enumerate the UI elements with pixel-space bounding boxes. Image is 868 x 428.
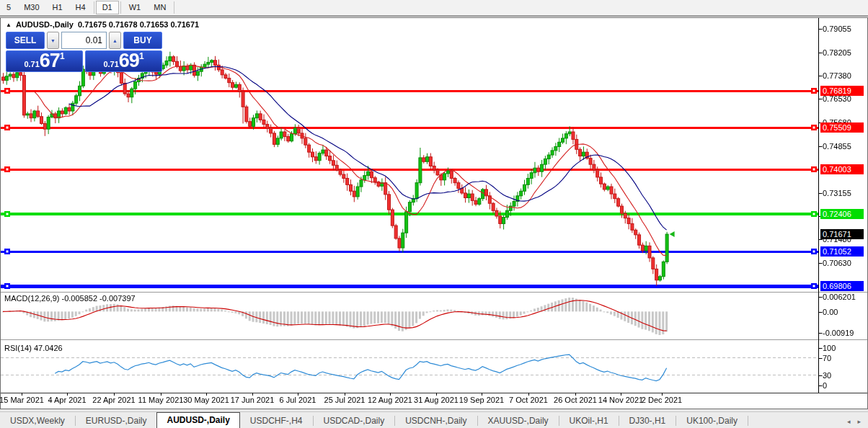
sell-button[interactable]: SELL <box>6 32 45 49</box>
price-axis-tick: 0.74855 <box>823 142 851 151</box>
price-chart-canvas[interactable] <box>0 17 868 409</box>
price-axis-tick: 0.78205 <box>823 48 851 57</box>
tabs-scroll-left-icon[interactable]: ◂ <box>847 418 851 425</box>
timeframe-button-d1[interactable]: D1 <box>96 1 119 14</box>
date-axis-label: 30 May 2021 <box>183 396 229 404</box>
date-axis-label: 7 Oct 2021 <box>509 396 548 404</box>
symbol-tab-usdcnh[interactable]: USDCNH-,Daily <box>395 414 477 428</box>
timeframe-button-5[interactable]: 5 <box>0 1 17 14</box>
indicator-axis-tick: 0.006201 <box>823 293 856 301</box>
symbol-tab-dj30[interactable]: DJ30-,H1 <box>619 414 676 428</box>
level-price-tag: 0.72406 <box>820 209 864 219</box>
symbol-tab-usdchf[interactable]: USDCHF-,H4 <box>240 414 313 428</box>
level-price-tag: 0.71052 <box>820 246 864 257</box>
date-axis-label: 17 Jun 2021 <box>231 396 275 404</box>
date-axis-label: 11 May 2021 <box>138 396 184 404</box>
buy-price-pip: 1 <box>139 51 144 61</box>
indicator-axis-tick: 0 <box>823 381 827 390</box>
sell-price-prefix: 0.71 <box>24 60 39 68</box>
symbol-tab-bar: USDX,WeeklyEURUSD-,DailyAUDUSD-,DailyUSD… <box>0 411 868 428</box>
volume-increase-button[interactable]: ▲ <box>109 32 121 49</box>
chart-ohlc-values: 0.71675 0.71678 0.71653 0.71671 <box>78 20 199 29</box>
tabs-scroll-right-icon[interactable]: ▸ <box>857 418 861 425</box>
toolbar-separator <box>120 1 121 14</box>
indicator-axis-tick: 70 <box>823 354 831 362</box>
price-axis-tick: 0.79055 <box>823 24 851 33</box>
chart-symbol-title: AUDUSD-,Daily <box>16 20 74 29</box>
symbol-tab-ukoil[interactable]: UKOil-,H1 <box>559 414 619 428</box>
price-axis-tick: 0.73155 <box>823 189 851 197</box>
timeframe-button-h4[interactable]: H4 <box>69 1 92 14</box>
level-price-tag: 0.76819 <box>820 86 864 96</box>
date-axis-label: 26 Oct 2021 <box>554 396 597 404</box>
chart-header: ▲ AUDUSD-,Daily 0.71675 0.71678 0.71653 … <box>6 19 199 30</box>
indicator-axis-tick: 100 <box>823 344 836 352</box>
macd-indicator-label: MACD(12,26,9) -0.005852 -0.007397 <box>4 294 136 303</box>
symbol-tab-uk100[interactable]: UK100-,Daily <box>676 414 748 428</box>
date-axis-label: 22 Apr 2021 <box>92 396 135 404</box>
date-axis-label: 6 Jul 2021 <box>280 396 316 404</box>
toolbar-separator <box>174 1 174 14</box>
level-price-tag: 0.75509 <box>820 122 864 133</box>
indicator-axis-tick: 30 <box>823 371 831 380</box>
volume-input[interactable]: 0.01 <box>61 32 107 49</box>
price-axis-tick: 0.77380 <box>823 71 851 80</box>
date-axis-label: 15 Mar 2021 <box>0 396 44 404</box>
date-axis-label: 14 Nov 2021 <box>598 396 643 404</box>
symbol-tab-eurusd[interactable]: EURUSD-,Daily <box>76 414 157 428</box>
indicator-axis-tick: 0.00 <box>823 308 838 316</box>
buy-price-prefix: 0.71 <box>103 60 118 68</box>
volume-decrease-button[interactable]: ▼ <box>47 32 59 49</box>
collapse-panel-icon[interactable]: ▲ <box>6 22 12 28</box>
one-click-trade-panel: SELL ▼ 0.01 ▲ BUY 0.71 67 1 0.71 69 1 <box>6 32 162 72</box>
date-axis-label: 31 Aug 2021 <box>414 396 459 404</box>
symbol-tab-xauusd[interactable]: XAUUSD-,Daily <box>478 414 559 428</box>
timeframe-button-mn[interactable]: MN <box>147 1 172 14</box>
date-axis-label: 19 Sep 2021 <box>459 396 504 404</box>
buy-price-button[interactable]: 0.71 69 1 <box>85 50 162 72</box>
price-axis-tick: 0.70630 <box>823 259 851 267</box>
sell-price-button[interactable]: 0.71 67 1 <box>6 50 83 72</box>
symbol-tab-usdx[interactable]: USDX,Weekly <box>0 414 75 428</box>
tab-separator <box>748 416 748 426</box>
timeframe-button-m30[interactable]: M30 <box>17 1 45 14</box>
symbol-tab-audusd[interactable]: AUDUSD-,Daily <box>156 412 239 428</box>
timeframe-toolbar: 5M30H1H4D1W1MN <box>0 0 868 16</box>
buy-price-main: 69 <box>119 51 139 71</box>
timeframe-button-h1[interactable]: H1 <box>46 1 69 14</box>
level-price-tag: 0.69806 <box>820 281 864 291</box>
date-axis-label: 4 Apr 2021 <box>48 396 86 404</box>
date-axis-label: 25 Jul 2021 <box>324 396 366 404</box>
rsi-indicator-label: RSI(14) 47.0426 <box>4 344 63 352</box>
buy-button[interactable]: BUY <box>123 32 162 49</box>
indicator-axis-tick: -0.00919 <box>823 329 854 337</box>
current-price-tag: 0.71671 <box>820 229 864 239</box>
toolbar-separator <box>94 1 94 14</box>
date-axis-label: 2 Dec 2021 <box>642 396 682 404</box>
window-border <box>0 16 868 17</box>
symbol-tab-usdcad[interactable]: USDCAD-,Daily <box>314 414 395 428</box>
sell-price-pip: 1 <box>60 51 65 61</box>
level-price-tag: 0.74003 <box>820 164 864 174</box>
mt4-window: 5M30H1H4D1W1MN ▲ AUDUSD-,Daily 0.71675 0… <box>0 0 868 428</box>
date-axis-label: 12 Aug 2021 <box>368 396 412 404</box>
timeframe-button-w1[interactable]: W1 <box>123 1 148 14</box>
sell-price-main: 67 <box>40 51 60 71</box>
